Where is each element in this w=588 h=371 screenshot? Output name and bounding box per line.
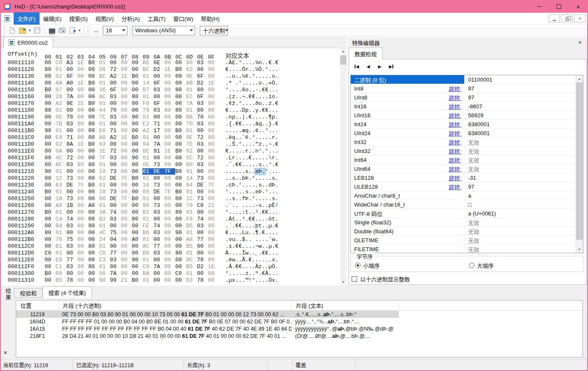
hex-byte[interactable]: 90 <box>175 229 186 236</box>
hex-byte[interactable]: 72 <box>66 155 77 161</box>
mdi-minimize-button[interactable] <box>548 14 560 23</box>
hex-byte[interactable]: 00 <box>77 202 88 209</box>
hex-byte[interactable]: 73 <box>66 175 77 181</box>
hex-byte[interactable]: B8 <box>142 250 153 256</box>
hex-byte[interactable]: 9E <box>66 100 77 107</box>
hex-byte[interactable]: 73 <box>110 168 121 175</box>
inspector-row-value[interactable]: 无效 <box>464 236 576 244</box>
hex-byte[interactable]: 61 <box>142 168 153 175</box>
jump-link[interactable]: 跳转: <box>449 93 461 102</box>
hex-byte[interactable]: DE <box>110 195 121 202</box>
hex-byte[interactable]: B0 <box>88 100 99 107</box>
hex-byte[interactable]: 80 <box>208 141 219 147</box>
hex-byte[interactable]: 00 <box>121 80 132 86</box>
hex-byte[interactable]: 00 <box>77 277 88 283</box>
hex-byte[interactable]: 00 <box>45 114 56 120</box>
jump-link[interactable]: 跳转: <box>449 102 461 110</box>
hex-byte[interactable]: 00 <box>208 195 219 202</box>
hex-byte[interactable]: 00 <box>66 250 77 256</box>
hex-byte[interactable]: B4 <box>56 223 67 229</box>
hex-byte[interactable]: 03 <box>153 229 165 236</box>
hex-byte[interactable]: 00 <box>45 93 56 100</box>
hex-byte[interactable]: 00 <box>77 134 88 141</box>
hex-byte[interactable]: 01 <box>186 209 197 215</box>
hex-byte[interactable]: 01 <box>142 216 153 222</box>
hex-byte[interactable]: DE <box>153 189 165 195</box>
hex-byte[interactable]: 7A <box>153 263 165 270</box>
hex-byte[interactable]: 01 <box>186 250 197 256</box>
hex-row-text[interactable]: °....6o..·.€€... <box>225 87 278 93</box>
hex-byte[interactable]: 00 <box>165 73 176 79</box>
hex-byte[interactable]: 00 <box>88 277 99 283</box>
hex-byte[interactable]: A0 <box>66 80 77 86</box>
hex-byte[interactable]: 03 <box>66 223 77 229</box>
hex-byte[interactable]: B0 <box>45 209 56 215</box>
hex-row-text[interactable]: .vu..$.. ....¨w. <box>225 236 278 243</box>
hex-byte[interactable]: 00 <box>45 195 56 202</box>
hex-byte[interactable]: 00 <box>121 127 132 134</box>
inspector-row-value[interactable]: 01100001 <box>464 75 576 84</box>
hex-row-text[interactable]: .....æq..¢..°... <box>225 127 278 134</box>
hex-byte[interactable]: 01 <box>99 202 110 209</box>
hex-byte[interactable]: 00 <box>77 175 88 181</box>
inspector-row-value[interactable]: 8380001 <box>464 120 576 128</box>
hex-byte[interactable]: C1 <box>56 263 67 270</box>
hex-byte[interactable]: 90 <box>132 155 143 161</box>
inspector-row-value[interactable]: 8380001 <box>464 129 576 137</box>
hex-byte[interactable]: 03 <box>66 121 77 127</box>
hex-byte[interactable]: 80 <box>208 161 219 168</box>
hex-byte[interactable]: 00 <box>153 257 165 263</box>
hex-byte[interactable]: D2 <box>197 263 208 270</box>
hex-byte[interactable]: A2 <box>142 127 153 134</box>
hex-byte[interactable]: 06 <box>99 270 110 277</box>
hex-byte[interactable]: 00 <box>45 263 56 270</box>
hex-byte[interactable]: 80 <box>88 161 99 168</box>
hex-byte[interactable]: B2 <box>142 209 153 215</box>
jump-link[interactable]: 跳转: <box>449 183 461 191</box>
bytes-per-row-select[interactable]: 16 <box>103 26 128 35</box>
search-result-row[interactable]: 16A15FF FF FF FF FF FF FF FF FF FF FF FF… <box>16 325 399 332</box>
hex-byte[interactable]: 80 <box>165 270 176 277</box>
hex-byte[interactable]: 00 <box>208 175 219 181</box>
hex-row-text[interactable]: ..o..¼¢.°.....o. <box>225 73 278 79</box>
hex-byte[interactable]: 00 <box>165 257 176 263</box>
hex-byte[interactable]: 80 <box>45 107 56 113</box>
hex-byte[interactable]: 00 <box>165 216 176 222</box>
hex-byte[interactable]: 00 <box>77 93 88 100</box>
hex-byte[interactable]: 6F <box>153 100 165 107</box>
hex-byte[interactable]: 00 <box>197 66 208 73</box>
hex-byte[interactable]: 78 <box>66 277 77 283</box>
hex-byte[interactable]: 0E <box>142 161 153 168</box>
hex-row-text[interactable]: €.....r..n‘.°... <box>225 148 278 154</box>
hex-byte[interactable]: 00 <box>88 107 99 113</box>
hex-byte[interactable]: 00 <box>110 161 121 168</box>
hex-byte[interactable]: 75 <box>110 229 121 236</box>
hex-byte[interactable]: 00 <box>175 277 186 283</box>
hex-byte[interactable]: 01 <box>186 189 197 195</box>
hex-byte[interactable]: C8 <box>197 202 208 209</box>
hex-byte[interactable]: 74 <box>66 216 77 222</box>
hex-byte[interactable]: 01 <box>56 229 67 236</box>
hex-byte[interactable]: 73 <box>153 202 165 209</box>
hex-byte[interactable]: 07 <box>56 87 67 93</box>
hex-byte[interactable]: 00 <box>88 66 99 73</box>
inspector-row[interactable]: Double (float64)无效 <box>351 227 576 236</box>
hex-byte[interactable]: 80 <box>45 229 56 236</box>
hex-byte[interactable]: 24 <box>99 236 110 243</box>
hex-byte[interactable]: F6 <box>186 216 197 222</box>
hex-byte[interactable]: 00 <box>208 257 219 263</box>
hex-byte[interactable]: BC <box>142 66 153 73</box>
hex-byte[interactable]: 74 <box>153 223 165 229</box>
hex-byte[interactable]: 00 <box>153 93 165 100</box>
hex-byte[interactable]: A2 <box>110 73 121 79</box>
hex-byte[interactable]: 00 <box>165 223 176 229</box>
hex-byte[interactable]: 8A <box>66 141 77 147</box>
hex-row-text[interactable]: .¢ž.°....ðo..z.€ <box>225 100 278 107</box>
hex-byte[interactable]: 00 <box>88 73 99 79</box>
hex-row-text[interactable]: °.....s..eÞ.°... <box>225 189 278 195</box>
hex-byte[interactable]: 80 <box>175 87 186 93</box>
hex-byte[interactable]: 80 <box>45 148 56 154</box>
hex-byte[interactable]: 80 <box>208 243 219 249</box>
hex-byte[interactable]: 80 <box>165 107 176 113</box>
results-column-header[interactable]: 片段 (十六进制) <box>59 300 292 310</box>
